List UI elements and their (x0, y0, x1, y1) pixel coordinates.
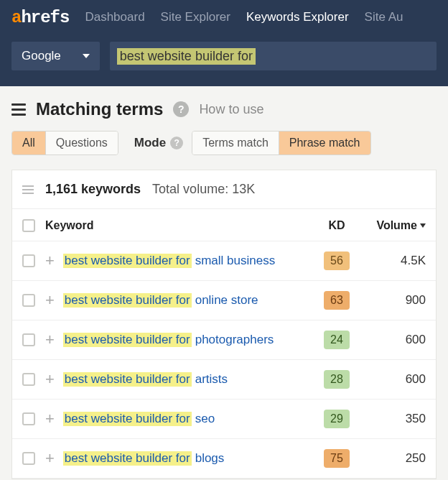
keyword-cell[interactable]: best website builder forsmall business (63, 254, 317, 268)
help-icon[interactable]: ? (173, 101, 189, 117)
top-nav: ahrefs Dashboard Site Explorer Keywords … (0, 0, 448, 34)
keyword-cell[interactable]: best website builder forartists (63, 372, 317, 387)
filter-row: All Questions Mode ? Terms match Phrase … (0, 131, 448, 165)
kd-badge: 56 (324, 251, 350, 270)
kd-cell: 75 (317, 449, 357, 468)
expand-icon[interactable]: + (45, 253, 55, 269)
table-row: +best website builder forblogs75250 (12, 439, 436, 479)
keyword-prefix: best website builder for (63, 412, 192, 426)
row-checkbox[interactable] (22, 333, 35, 346)
keyword-prefix: best website builder for (63, 254, 192, 268)
results-panel: 1,161 keywords Total volume: 13K Keyword… (11, 170, 437, 479)
kd-cell: 24 (317, 331, 357, 349)
tab-all[interactable]: All (12, 131, 46, 154)
nav-keywords-explorer[interactable]: Keywords Explorer (246, 10, 349, 24)
select-all-checkbox[interactable] (22, 219, 35, 232)
keyword-prefix: best website builder for (63, 333, 192, 347)
page-header: Matching terms ? How to use (0, 86, 448, 131)
volume-cell: 250 (357, 451, 426, 466)
table-body: +best website builder forsmall business5… (12, 241, 436, 479)
col-keyword[interactable]: Keyword (45, 219, 317, 232)
keyword-suffix: seo (193, 412, 215, 426)
keyword-suffix: artists (193, 372, 228, 387)
table-row: +best website builder forartists28600 (12, 360, 436, 400)
mode-filter-group: Terms match Phrase match (192, 131, 370, 155)
kd-cell: 28 (317, 370, 357, 389)
row-checkbox[interactable] (22, 373, 35, 386)
kd-cell: 56 (317, 251, 357, 270)
keyword-suffix: online store (193, 293, 258, 308)
expand-icon[interactable]: + (45, 451, 55, 466)
volume-cell: 600 (357, 333, 426, 347)
keyword-count: 1,161 keywords (45, 182, 141, 197)
mode-help-icon[interactable]: ? (170, 137, 183, 149)
search-bar: Google best website builder for (0, 34, 448, 86)
volume-cell: 4.5K (357, 254, 426, 268)
mode-phrase-match[interactable]: Phrase match (279, 131, 370, 154)
row-checkbox[interactable] (22, 412, 35, 425)
keyword-suffix: blogs (193, 451, 225, 466)
logo[interactable]: ahrefs (11, 8, 69, 27)
keyword-cell[interactable]: best website builder forphotographers (63, 333, 317, 347)
mode-label: Mode ? (134, 136, 183, 150)
row-checkbox[interactable] (22, 254, 35, 267)
expand-icon[interactable]: + (45, 411, 55, 427)
nav-site-explorer[interactable]: Site Explorer (161, 10, 230, 24)
kd-cell: 63 (317, 291, 357, 310)
volume-cell: 600 (357, 372, 426, 387)
expand-icon[interactable]: + (45, 371, 55, 387)
col-volume-label: Volume (376, 219, 417, 232)
search-engine-select[interactable]: Google (11, 42, 100, 70)
kd-badge: 29 (324, 410, 350, 428)
kd-badge: 24 (324, 331, 350, 349)
expand-icon[interactable]: + (45, 332, 55, 348)
menu-icon[interactable] (11, 103, 26, 116)
table-header: Keyword KD Volume (12, 209, 436, 241)
table-row: +best website builder forphotographers24… (12, 320, 436, 360)
search-input[interactable]: best website builder for (110, 42, 437, 70)
chevron-down-icon (83, 54, 90, 58)
keyword-prefix: best website builder for (63, 372, 192, 387)
tab-questions[interactable]: Questions (46, 131, 118, 154)
mode-terms-match[interactable]: Terms match (192, 131, 279, 154)
list-icon[interactable] (22, 185, 34, 194)
keyword-cell[interactable]: best website builder foronline store (63, 293, 317, 308)
keyword-cell[interactable]: best website builder forblogs (63, 451, 317, 466)
mode-text: Mode (134, 136, 166, 150)
table-row: +best website builder forseo29350 (12, 400, 436, 439)
type-filter-group: All Questions (11, 131, 118, 155)
total-volume: Total volume: 13K (152, 182, 255, 197)
volume-cell: 900 (357, 293, 426, 308)
kd-badge: 63 (324, 291, 350, 310)
logo-text: hrefs (21, 8, 69, 27)
kd-badge: 28 (324, 370, 350, 389)
nav-site-audit[interactable]: Site Au (365, 10, 403, 24)
logo-a: a (11, 8, 21, 27)
keyword-suffix: small business (193, 254, 276, 268)
table-row: +best website builder foronline store639… (12, 281, 436, 320)
keyword-prefix: best website builder for (63, 293, 192, 308)
col-volume[interactable]: Volume (357, 219, 426, 232)
page-title: Matching terms (36, 99, 163, 119)
volume-cell: 350 (357, 412, 426, 426)
col-kd[interactable]: KD (317, 219, 357, 232)
results-summary: 1,161 keywords Total volume: 13K (12, 170, 436, 209)
search-query-highlight: best website builder for (117, 48, 256, 65)
row-checkbox[interactable] (22, 452, 35, 465)
kd-cell: 29 (317, 410, 357, 428)
table-row: +best website builder forsmall business5… (12, 241, 436, 281)
keyword-prefix: best website builder for (63, 451, 192, 466)
sort-desc-icon (420, 223, 426, 228)
how-to-use-link[interactable]: How to use (199, 102, 263, 117)
nav-dashboard[interactable]: Dashboard (85, 10, 144, 24)
kd-badge: 75 (324, 449, 350, 468)
expand-icon[interactable]: + (45, 292, 55, 308)
search-engine-label: Google (22, 49, 61, 63)
keyword-cell[interactable]: best website builder forseo (63, 412, 317, 426)
keyword-suffix: photographers (193, 333, 274, 347)
row-checkbox[interactable] (22, 294, 35, 307)
